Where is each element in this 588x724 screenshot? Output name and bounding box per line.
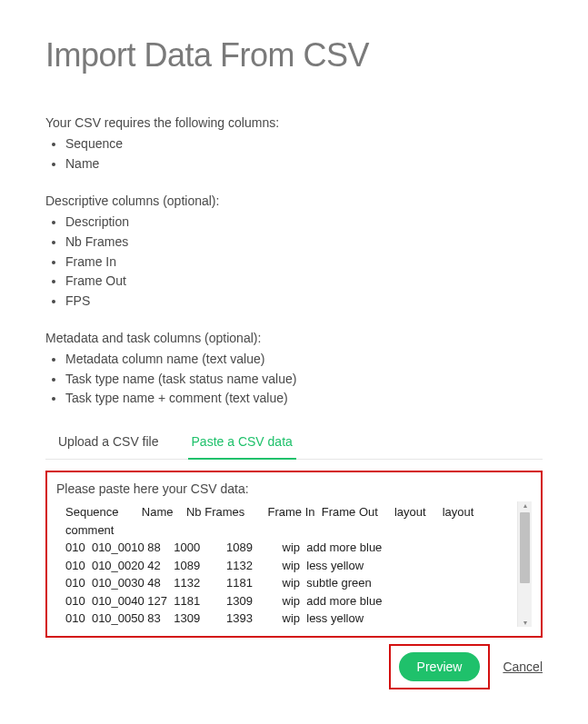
preview-highlight-box: Preview — [389, 644, 491, 689]
tab-paste-csv[interactable]: Paste a CSV data — [188, 425, 296, 460]
required-columns-list: Sequence Name — [45, 134, 543, 174]
metadata-columns-list: Metadata column name (text value) Task t… — [45, 350, 543, 409]
metadata-columns-heading: Metadata and task columns (optional): — [45, 328, 543, 348]
cancel-link[interactable]: Cancel — [503, 660, 543, 674]
paste-csv-section: Please paste here your CSV data: — [45, 471, 543, 638]
page-title: Import Data From CSV — [45, 36, 543, 74]
csv-data-textarea[interactable] — [56, 501, 517, 627]
required-col-name: Name — [65, 154, 543, 174]
footer-actions: Preview Cancel — [45, 644, 543, 689]
descriptive-columns-list: Description Nb Frames Frame In Frame Out… — [45, 213, 543, 311]
preview-button[interactable]: Preview — [399, 652, 481, 681]
descriptive-col-nbframes: Nb Frames — [65, 233, 543, 253]
descriptive-col-fps: FPS — [65, 292, 543, 312]
metadata-col-name: Metadata column name (text value) — [65, 350, 543, 370]
descriptive-col-description: Description — [65, 213, 543, 233]
required-col-sequence: Sequence — [65, 134, 543, 154]
metadata-col-tasktype-comment: Task type name + comment (text value) — [65, 389, 543, 409]
metadata-col-tasktype: Task type name (task status name value) — [65, 370, 543, 390]
textarea-scrollbar[interactable] — [517, 501, 532, 627]
descriptive-col-frameout: Frame Out — [65, 272, 543, 292]
tab-upload-csv[interactable]: Upload a CSV file — [55, 425, 163, 460]
tabs: Upload a CSV file Paste a CSV data — [45, 425, 543, 460]
required-columns-heading: Your CSV requires the following columns: — [45, 113, 543, 133]
descriptive-col-framein: Frame In — [65, 253, 543, 273]
scrollbar-thumb[interactable] — [520, 512, 530, 583]
paste-csv-label: Please paste here your CSV data: — [56, 481, 532, 496]
descriptive-columns-heading: Descriptive columns (optional): — [45, 191, 543, 211]
